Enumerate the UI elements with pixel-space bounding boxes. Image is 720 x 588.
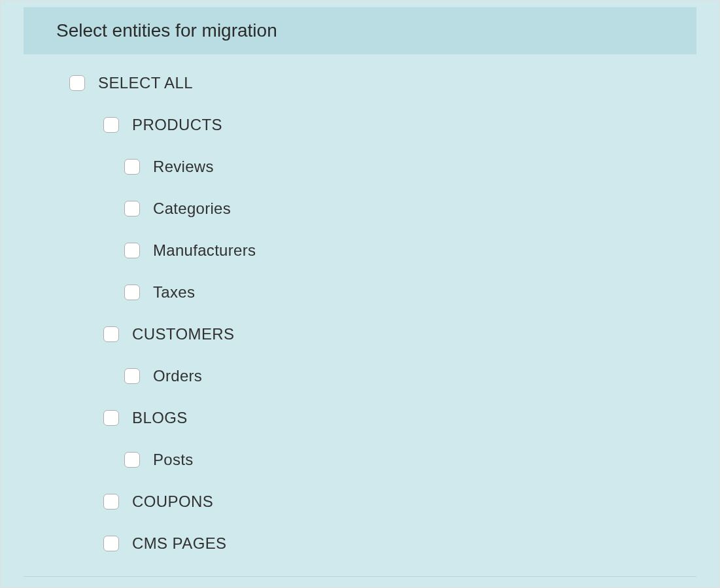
entity-manufacturers-row: Manufacturers <box>124 241 674 260</box>
select-all-label: Select all <box>98 74 193 92</box>
entity-products-label: Products <box>132 116 222 134</box>
panel-divider <box>24 576 696 577</box>
entity-products-checkbox[interactable] <box>103 117 119 133</box>
entity-cmspages-checkbox[interactable] <box>103 536 119 551</box>
entity-cmspages-label: CMS Pages <box>132 534 227 553</box>
entity-posts-checkbox[interactable] <box>124 452 140 468</box>
entity-customers-row: Customers <box>103 325 674 343</box>
entity-reviews-row: Reviews <box>124 158 674 176</box>
entity-manufacturers-label: Manufacturers <box>153 241 256 260</box>
entity-cmspages-row: CMS Pages <box>103 534 674 553</box>
entity-taxes-label: Taxes <box>153 283 195 302</box>
entity-orders-checkbox[interactable] <box>124 368 140 384</box>
entity-blogs-checkbox[interactable] <box>103 410 119 426</box>
migration-entities-panel: Select entities for migration Select all… <box>0 0 720 588</box>
entity-products-row: Products <box>103 116 674 134</box>
panel-inner: Select entities for migration Select all… <box>1 1 719 553</box>
entity-blogs-label: Blogs <box>132 409 188 427</box>
entity-categories-checkbox[interactable] <box>124 201 140 216</box>
entity-coupons-checkbox[interactable] <box>103 494 119 510</box>
entity-customers-label: Customers <box>132 325 235 343</box>
entity-reviews-checkbox[interactable] <box>124 159 140 175</box>
panel-title: Select entities for migration <box>56 20 664 41</box>
entity-customers-checkbox[interactable] <box>103 326 119 342</box>
entity-orders-label: Orders <box>153 367 202 385</box>
entity-categories-row: Categories <box>124 199 674 218</box>
entity-taxes-row: Taxes <box>124 283 674 302</box>
entity-taxes-checkbox[interactable] <box>124 285 140 300</box>
panel-header: Select entities for migration <box>24 7 696 54</box>
entity-blogs-row: Blogs <box>103 409 674 427</box>
entity-posts-row: Posts <box>124 451 674 469</box>
select-all-checkbox[interactable] <box>69 75 85 91</box>
entity-reviews-label: Reviews <box>153 158 214 176</box>
entity-orders-row: Orders <box>124 367 674 385</box>
entity-coupons-label: Coupons <box>132 493 213 511</box>
entity-coupons-row: Coupons <box>103 493 674 511</box>
entity-posts-label: Posts <box>153 451 194 469</box>
entity-tree: Select all Products Reviews Categories M… <box>24 74 696 553</box>
entity-manufacturers-checkbox[interactable] <box>124 243 140 258</box>
select-all-row: Select all <box>69 74 674 92</box>
entity-categories-label: Categories <box>153 199 231 218</box>
